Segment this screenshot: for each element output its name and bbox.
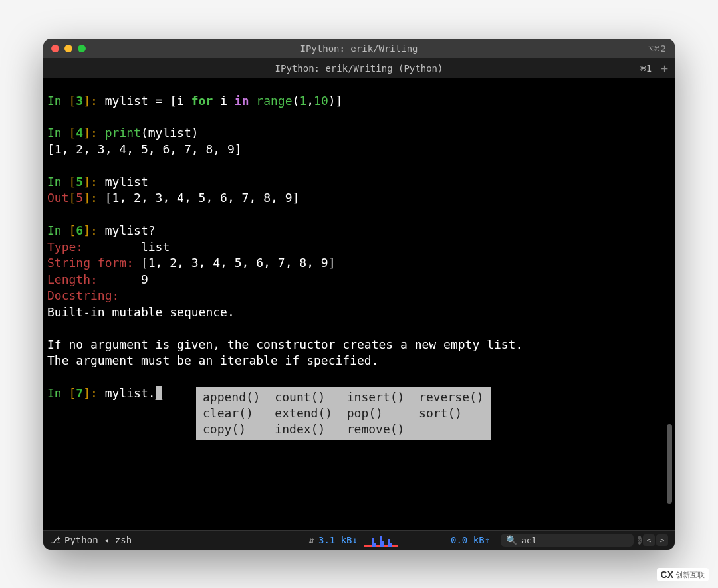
search-input[interactable] xyxy=(521,536,634,545)
branch-icon: ⎇ xyxy=(50,535,60,545)
shell-process[interactable]: Python ◂ zsh xyxy=(64,535,132,545)
traffic-lights xyxy=(51,45,86,52)
sparkline xyxy=(364,534,444,547)
completion-popup[interactable]: append() count() insert() reverse() clea… xyxy=(196,387,491,440)
window-shortcut: ⌥⌘2 xyxy=(648,43,667,54)
output-value: [1, 2, 3, 4, 5, 6, 7, 8, 9] xyxy=(105,191,300,205)
terminal-window: IPython: erik/Writing ⌥⌘2 IPython: erik/… xyxy=(43,39,675,550)
completion-row[interactable]: append() count() insert() reverse() xyxy=(203,390,484,404)
watermark: CX 创新互联 xyxy=(657,568,709,581)
cursor: _ xyxy=(156,386,163,400)
prompt-num: 7 xyxy=(76,386,83,400)
docstring: The argument must be an iterable if spec… xyxy=(47,353,379,367)
maximize-icon[interactable] xyxy=(78,45,86,52)
find-nav: < > xyxy=(643,534,668,546)
completion-row[interactable]: clear() extend() pop() sort() xyxy=(203,406,462,420)
search-icon: 🔍 xyxy=(506,535,517,545)
watermark-text: 创新互联 xyxy=(675,570,705,580)
terminal-body[interactable]: In [3]: mylist = [i for i in range(1,10)… xyxy=(43,78,675,530)
docstring: Built-in mutable sequence. xyxy=(47,305,235,319)
keyword-for: for xyxy=(191,94,213,108)
completion-row[interactable]: copy() index() remove() xyxy=(203,422,404,436)
info-label: Length: xyxy=(47,272,98,286)
watermark-logo: CX xyxy=(661,569,673,580)
docstring: If no argument is given, the constructor… xyxy=(47,338,523,351)
close-icon[interactable] xyxy=(51,45,59,52)
prompt-in: In xyxy=(47,386,69,400)
prompt-num: 4 xyxy=(76,126,83,140)
prompt-in: In xyxy=(47,223,69,237)
info-label: Docstring: xyxy=(47,288,119,302)
minimize-icon[interactable] xyxy=(64,45,72,52)
current-input[interactable]: mylist. xyxy=(105,386,156,400)
prompt-in: In xyxy=(47,126,69,140)
scrollbar[interactable] xyxy=(667,424,672,504)
network-down-icon: ⇵ xyxy=(309,535,314,545)
prompt-num: 3 xyxy=(76,94,83,108)
network-down: 3.1 kB↓ xyxy=(318,535,358,545)
next-match-button[interactable]: > xyxy=(656,534,668,546)
func-range: range xyxy=(249,94,293,108)
window-title: IPython: erik/Writing xyxy=(300,43,418,54)
prompt-num: 5 xyxy=(76,175,83,189)
info-label: Type: xyxy=(47,240,83,254)
network-up: 0.0 kB↑ xyxy=(451,535,490,545)
keyword-in: in xyxy=(235,94,249,108)
func-print: print xyxy=(105,126,141,140)
code: mylist xyxy=(105,94,148,108)
prompt-num: 6 xyxy=(76,223,83,237)
terminal-output: In [3]: mylist = [i for i in range(1,10)… xyxy=(47,93,671,402)
tab-shortcut: ⌘1 xyxy=(640,63,652,74)
tab-title[interactable]: IPython: erik/Writing (Python) xyxy=(275,63,443,74)
tabbar: IPython: erik/Writing (Python) ⌘1 + xyxy=(43,58,675,78)
statusbar: ⎇ Python ◂ zsh ⇵ 3.1 kB↓ 0.0 kB↑ 🔍 ✕ xyxy=(43,530,675,550)
output-value: [1, 2, 3, 4, 5, 6, 7, 8, 9] xyxy=(47,142,242,156)
titlebar: IPython: erik/Writing ⌥⌘2 xyxy=(43,39,675,58)
new-tab-button[interactable]: + xyxy=(661,61,668,75)
info-label: String form: xyxy=(47,256,134,270)
prompt-out: Out xyxy=(47,191,69,205)
prompt-in: In xyxy=(47,175,69,189)
prev-match-button[interactable]: < xyxy=(643,534,655,546)
prompt-in: In xyxy=(47,94,69,108)
search-box[interactable]: 🔍 ✕ xyxy=(501,534,634,547)
clear-icon[interactable]: ✕ xyxy=(638,536,642,545)
